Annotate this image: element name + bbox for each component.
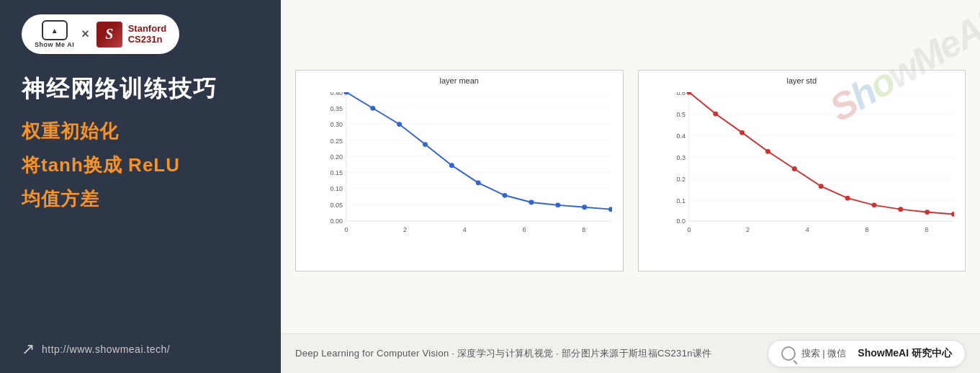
stanford-text: Stanford CS231n [128,24,166,45]
chart-mean-title: layer mean [440,76,479,85]
highlight-1: 权重初始化 [22,120,259,143]
search-badge[interactable]: 搜索 | 微信 ShowMeAI 研究中心 [768,340,966,367]
svg-point-13 [423,142,428,147]
svg-point-10 [343,92,349,94]
chart-layer-std: layer std [638,70,966,271]
highlight-2: 将tanh换成 ReLU [22,154,259,176]
brand-label: ShowMeAI 研究中心 [858,347,952,360]
svg-text:0.00: 0.00 [330,217,343,225]
svg-point-17 [529,199,534,205]
svg-text:2: 2 [403,225,407,233]
left-panel: Show Me AI × S Stanford CS231n 神经网络训练技巧 … [0,0,281,373]
highlight-3: 均值方差 [22,188,259,210]
svg-text:0.05: 0.05 [330,201,343,208]
stanford-name: Stanford [128,24,166,34]
svg-text:0: 0 [687,225,691,233]
search-icon [781,346,796,361]
svg-point-49 [845,195,850,200]
svg-text:0.25: 0.25 [330,137,343,144]
svg-point-14 [449,163,454,168]
svg-text:0: 0 [344,225,348,233]
svg-text:0.20: 0.20 [330,153,343,161]
svg-point-50 [871,202,876,207]
stanford-course: CS231n [128,35,166,45]
website-row: ↗ http://www.showmeai.tech/ [22,333,259,359]
svg-text:0.10: 0.10 [330,185,343,192]
svg-text:0.15: 0.15 [330,169,343,176]
svg-point-44 [713,111,718,116]
svg-text:6: 6 [522,225,526,233]
charts-area: layer mean [281,0,980,333]
stanford-s-icon: S [96,22,122,48]
right-panel: ShowMeAI layer mean [281,0,980,373]
svg-point-15 [476,180,481,185]
svg-point-20 [608,207,611,212]
svg-text:8: 8 [925,225,928,233]
chart-std-title: layer std [786,76,817,85]
logo-bar: Show Me AI × S Stanford CS231n [22,14,179,54]
svg-text:0.5: 0.5 [676,111,685,118]
showme-text: Show Me AI [35,41,74,48]
main-title: 神经网络训练技巧 [22,74,259,104]
svg-text:0.35: 0.35 [330,105,343,112]
svg-point-51 [898,207,903,212]
svg-point-53 [951,212,954,217]
svg-point-12 [397,122,402,127]
svg-point-47 [791,166,796,171]
svg-text:0.30: 0.30 [330,121,343,128]
svg-text:4: 4 [463,225,467,233]
stanford-logo: S Stanford CS231n [96,22,166,48]
svg-text:0.40: 0.40 [330,92,343,96]
svg-text:0.6: 0.6 [676,92,685,96]
bottom-bar: Deep Learning for Computer Vision · 深度学习… [281,333,980,373]
svg-text:0.4: 0.4 [676,132,685,140]
svg-point-16 [503,192,508,197]
svg-point-48 [818,184,823,189]
showme-icon [42,20,68,40]
svg-point-19 [582,205,587,210]
chart-mean-svg: 0.40 0.35 0.30 0.25 0.20 0.15 0.10 0.05 … [325,92,612,246]
svg-text:2: 2 [746,225,750,233]
svg-point-52 [925,210,930,215]
cursor-icon: ↗ [22,340,35,359]
showme-logo: Show Me AI [35,20,74,48]
svg-point-11 [370,105,375,110]
svg-point-18 [555,202,560,207]
svg-text:0.2: 0.2 [676,176,685,183]
cross-symbol: × [81,27,89,42]
svg-text:0.3: 0.3 [676,154,685,161]
bottom-caption: Deep Learning for Computer Vision · 深度学习… [295,347,711,360]
svg-point-46 [765,148,770,153]
chart-std-svg: 0.6 0.5 0.4 0.3 0.2 0.1 0.0 0 2 4 6 8 [667,92,955,246]
svg-point-45 [740,130,745,135]
chart-layer-mean: layer mean [295,70,624,271]
svg-text:6: 6 [865,225,868,233]
svg-text:0.1: 0.1 [676,197,685,205]
website-url: http://www.showmeai.tech/ [42,343,170,355]
search-label: 搜索 | 微信 [801,347,847,360]
svg-text:4: 4 [805,225,809,233]
svg-text:8: 8 [582,225,585,233]
svg-text:0.0: 0.0 [676,217,685,225]
